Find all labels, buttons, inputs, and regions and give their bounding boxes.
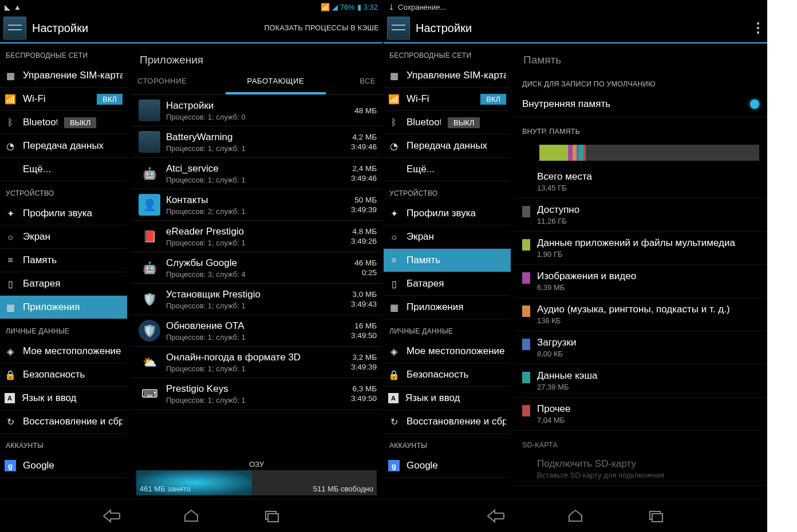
apps-icon: ▦ [5,301,16,313]
sidebar-item-memory[interactable]: ≡Память [384,249,511,272]
sidebar-item-memory[interactable]: ≡ Память [0,249,127,272]
sd-icon: ◣ [5,3,10,11]
storage-category-row[interactable]: Данные приложений и файлы мультимедиа1,9… [514,232,767,265]
sidebar-item-bluetooth[interactable]: ᛒBluetoothВЫКЛ [384,111,511,134]
app-row[interactable]: 🛡️Установщик PrestigioПроцессов: 1; служ… [131,284,382,315]
app-row[interactable]: 🤖Службы GoogleПроцессов: 3; служб: 446 М… [131,252,382,284]
app-time: 3:49:26 [351,237,377,245]
internal-storage-option[interactable]: Внутренняя память [514,92,767,117]
saving-text: Сохранение... [398,3,446,11]
app-name: Онлайн-погода в формате 3D [166,352,345,363]
sidebar-item-location[interactable]: ◈ Мое местоположение [0,340,127,363]
sidebar-item-wifi[interactable]: 📶 Wi-Fi ВКЛ [0,88,127,111]
sidebar-item-google[interactable]: g Google [0,454,127,478]
sound-icon: ✦ [5,208,16,219]
sidebar-item-language[interactable]: AЯзык и ввод [384,387,511,410]
sidebar-item-battery[interactable]: ▯Батарея [384,272,511,296]
sidebar-item-audio[interactable]: ✦ Профили звука [0,202,127,225]
running-apps-list[interactable]: НастройкиПроцессов: 1; служб: 048 МБBatt… [131,95,382,458]
sidebar-item-bluetooth[interactable]: ᛒ Bluetooth ВЫКЛ [0,111,127,134]
sidebar-item-google[interactable]: gGoogle [384,454,511,478]
sim-icon: ▦ [5,70,16,81]
internal-header: ВНУТР. ПАМЯТЬ [514,117,767,139]
app-row[interactable]: 📕eReader PrestigioПроцессов: 1; служб: 1… [131,221,382,252]
storage-icon: ≡ [388,255,400,266]
bluetooth-toggle[interactable]: ВЫКЛ [64,117,96,128]
app-row[interactable]: ⌨Prestigio KeysПроцессов: 1; служб: 16,3… [131,378,382,410]
storage-category-row[interactable]: Доступно11,26 ГБ [514,198,767,232]
storage-category-row[interactable]: Всего места13,45 ГБ [514,165,767,198]
page-title: Настройки [32,22,265,35]
wifi-toggle[interactable]: ВКЛ [97,94,123,105]
sidebar-item-wifi[interactable]: 📶Wi-FiВКЛ [384,88,511,111]
sidebar-item-backup[interactable]: ↻Восстановление и сброс [384,410,511,434]
category-size: 136 КБ [537,316,730,325]
app-time: 3:49:46 [351,174,377,182]
recents-button[interactable] [257,506,286,526]
action-bar: Настройки [384,14,767,43]
sidebar-item-more[interactable]: Ещё... [0,158,127,181]
sidebar-item-more[interactable]: Ещё... [384,158,511,181]
sidebar-item-label: Приложения [407,301,506,313]
home-button[interactable] [561,506,590,526]
section-personal: ЛИЧНЫЕ ДАННЫЕ [0,319,127,340]
show-cached-processes[interactable]: ПОКАЗАТЬ ПРОЦЕССЫ В КЭШЕ [265,24,379,32]
app-icon: 🛡️ [139,288,160,310]
sidebar-item-apps[interactable]: ▦ Приложения [0,296,127,319]
app-row[interactable]: 🤖Atci_serviceПроцессов: 1; служб: 12,4 М… [131,158,382,189]
recents-button[interactable] [641,506,670,526]
sidebar-item-battery[interactable]: ▯ Батарея [0,272,127,296]
color-swatch [522,239,530,251]
tab-running[interactable]: РАБОТАЮЩИЕ [226,70,326,94]
svg-rect-3 [652,514,662,522]
sidebar-item-sim[interactable]: ▦Управление SIM-картами [384,64,511,88]
storage-category-row[interactable]: Данные кэша27,39 МБ [514,364,767,398]
sidebar-item-data[interactable]: ◔Передача данных [384,134,511,158]
app-row[interactable]: 👤КонтактыПроцессов: 2; служб: 150 МБ3:49… [131,189,382,221]
storage-icon: ≡ [5,255,16,266]
app-name: Prestigio Keys [166,383,345,395]
overflow-menu[interactable] [752,17,764,39]
tab-all[interactable]: ВСЕ [326,70,382,94]
storage-category-row[interactable]: Изображения и видео6,39 МБ [514,265,767,298]
sidebar-item-security[interactable]: 🔒 Безопасность [0,363,127,387]
app-subtitle: Процессов: 1; служб: 1 [166,396,345,404]
sidebar-item-label: Ещё... [23,164,123,175]
app-row[interactable]: BatteryWarningПроцессов: 1; служб: 14,2 … [131,126,382,158]
settings-sidebar: БЕСПРОВОДНЫЕ СЕТИ ▦Управление SIM-картам… [384,43,511,499]
storage-category-row[interactable]: Загрузки8,00 КБ [514,331,767,364]
bluetooth-toggle[interactable]: ВЫКЛ [448,117,480,128]
storage-category-row[interactable]: Аудио (музыка, рингтоны, подкасты и т. д… [514,298,767,331]
section-accounts: АККАУНТЫ [384,434,511,454]
storage-category-row[interactable]: Прочее7,04 МБ [514,398,767,431]
category-title: Загрузки [537,337,576,348]
app-subtitle: Процессов: 1; служб: 1 [166,239,345,247]
ram-free: 511 МБ свободно [252,470,377,495]
location-icon: ◈ [5,346,16,357]
back-button[interactable] [97,506,125,526]
sidebar-item-audio[interactable]: ✦Профили звука [384,202,511,225]
tab-thirdparty[interactable]: СТОРОННИЕ [131,70,226,94]
sidebar-item-security[interactable]: 🔒Безопасность [384,363,511,387]
sidebar-item-label: Экран [23,231,123,243]
sidebar-item-display[interactable]: ☼Экран [384,225,511,249]
sidebar-item-label: Восстановление и сброс [23,416,123,427]
sidebar-item-data[interactable]: ◔ Передача данных [0,134,127,158]
back-button[interactable] [481,506,510,526]
wifi-toggle[interactable]: ВКЛ [480,94,506,105]
app-row[interactable]: ⛅Онлайн-погода в формате 3DПроцессов: 1;… [131,347,382,378]
sidebar-item-language[interactable]: A Язык и ввод [0,387,127,410]
app-icon: 🤖 [139,257,160,279]
app-tabs: СТОРОННИЕ РАБОТАЮЩИЕ ВСЕ [131,70,382,95]
section-device: УСТРОЙСТВО [0,181,127,202]
blank-icon [5,164,16,175]
app-row[interactable]: НастройкиПроцессов: 1; служб: 048 МБ [131,95,382,126]
app-row[interactable]: 🛡️Обновление OTAПроцессов: 1; служб: 116… [131,315,382,347]
color-swatch [522,405,530,416]
sidebar-item-apps[interactable]: ▦Приложения [384,296,511,319]
sidebar-item-backup[interactable]: ↻ Восстановление и сброс [0,410,127,434]
sidebar-item-display[interactable]: ☼ Экран [0,225,127,249]
sidebar-item-sim[interactable]: ▦ Управление SIM-картами [0,64,127,88]
home-button[interactable] [177,506,206,526]
sidebar-item-location[interactable]: ◈Мое местоположение [384,340,511,363]
